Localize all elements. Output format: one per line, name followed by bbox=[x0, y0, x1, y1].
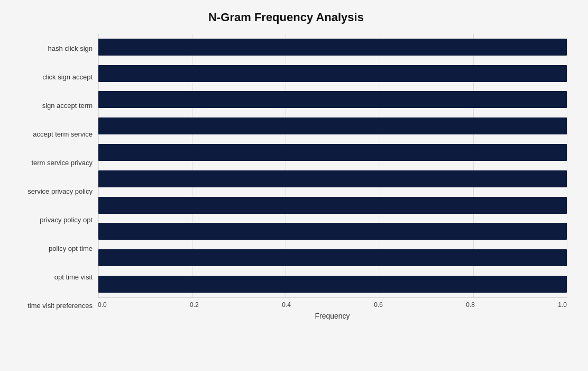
chart-container: N-Gram Frequency Analysis hash click sig… bbox=[0, 0, 588, 371]
y-label: term service privacy bbox=[31, 159, 93, 166]
x-tick: 0.8 bbox=[466, 301, 475, 309]
y-label: time visit preferences bbox=[27, 302, 93, 309]
x-tick: 0.0 bbox=[98, 301, 107, 309]
x-axis: 0.00.20.40.60.81.0 bbox=[98, 297, 567, 309]
y-label: hash click sign bbox=[48, 45, 93, 52]
bar-row bbox=[98, 64, 567, 84]
bar bbox=[98, 39, 567, 56]
chart-area: hash click signclick sign acceptsign acc… bbox=[5, 34, 567, 320]
bar bbox=[98, 91, 567, 108]
bar-row bbox=[98, 221, 567, 241]
x-tick: 1.0 bbox=[558, 301, 567, 309]
y-label: accept term service bbox=[33, 131, 93, 138]
bar bbox=[98, 170, 567, 187]
bar-row bbox=[98, 195, 567, 215]
x-axis-label: Frequency bbox=[98, 312, 567, 320]
bar-row bbox=[98, 248, 567, 268]
bar bbox=[98, 197, 567, 214]
bar-row bbox=[98, 116, 567, 136]
bar bbox=[98, 65, 567, 82]
bar bbox=[98, 276, 567, 293]
y-axis: hash click signclick sign acceptsign acc… bbox=[5, 34, 98, 320]
y-label: click sign accept bbox=[42, 74, 93, 80]
y-label: sign accept term bbox=[42, 102, 93, 109]
x-tick: 0.6 bbox=[374, 301, 383, 309]
bar-row bbox=[98, 169, 567, 189]
bar bbox=[98, 117, 567, 134]
bars-and-xaxis: 0.00.20.40.60.81.0 Frequency bbox=[98, 34, 567, 320]
bar-row bbox=[98, 274, 567, 294]
y-label: privacy policy opt bbox=[40, 216, 93, 223]
bar-row bbox=[98, 89, 567, 110]
grid-line bbox=[567, 34, 567, 297]
x-tick: 0.2 bbox=[190, 301, 199, 309]
x-tick: 0.4 bbox=[282, 301, 291, 309]
bar-row bbox=[98, 142, 567, 162]
bar bbox=[98, 144, 567, 161]
bar bbox=[98, 223, 567, 240]
chart-title: N-Gram Frequency Analysis bbox=[5, 11, 567, 24]
bar bbox=[98, 249, 567, 266]
y-label: policy opt time bbox=[49, 245, 93, 252]
y-label: service privacy policy bbox=[27, 188, 93, 195]
bar-row bbox=[98, 37, 567, 57]
bars-wrapper bbox=[98, 34, 567, 297]
y-label: opt time visit bbox=[54, 274, 93, 280]
